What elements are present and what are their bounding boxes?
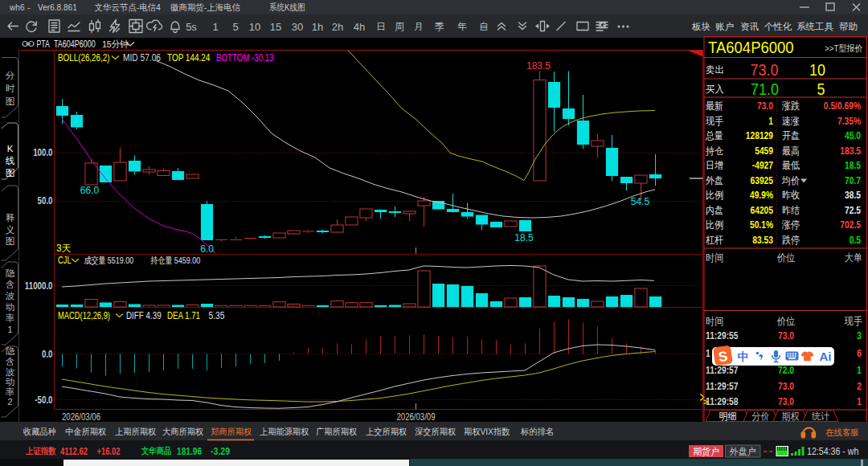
- svg-text:11000.0: 11000.0: [25, 280, 53, 291]
- svg-text:外盘: 外盘: [705, 174, 723, 186]
- svg-text:11:29:57: 11:29:57: [706, 365, 738, 375]
- svg-text:4112.62: 4112.62: [60, 446, 88, 456]
- svg-text:分: 分: [6, 71, 15, 80]
- svg-text:时: 时: [6, 84, 15, 93]
- svg-text:分价: 分价: [751, 411, 770, 421]
- svg-text:期权: 期权: [781, 411, 800, 421]
- svg-text:11:29:58: 11:29:58: [706, 396, 738, 407]
- svg-text:1: 1: [768, 116, 773, 126]
- svg-text:73.0: 73.0: [778, 396, 794, 407]
- svg-text:100.0: 100.0: [33, 147, 52, 157]
- svg-text:83.53: 83.53: [752, 235, 773, 245]
- svg-text:71.0: 71.0: [751, 80, 779, 98]
- svg-text:动: 动: [5, 302, 15, 312]
- svg-text:45.0: 45.0: [845, 130, 861, 141]
- svg-text:线: 线: [6, 156, 15, 166]
- svg-text:TOP 144.24: TOP 144.24: [167, 52, 210, 63]
- svg-text:54.5: 54.5: [631, 196, 650, 207]
- svg-text:2026/03/06: 2026/03/06: [62, 411, 100, 422]
- svg-text:DIFF 4.39: DIFF 4.39: [126, 310, 162, 321]
- svg-text:文华商品: 文华商品: [141, 447, 171, 456]
- svg-text:涨跌: 涨跌: [782, 100, 800, 112]
- svg-text:收藏品种: 收藏品种: [23, 426, 56, 435]
- svg-text:系统K线图: 系统K线图: [269, 2, 305, 12]
- svg-text:文华云节点-电信4: 文华云节点-电信4: [95, 2, 161, 12]
- svg-text:0.5/0.69%: 0.5/0.69%: [824, 100, 861, 111]
- svg-text:72.5: 72.5: [845, 205, 862, 215]
- svg-text:TA604P6000: TA604P6000: [54, 39, 96, 50]
- svg-text:含: 含: [6, 357, 15, 366]
- svg-text:11:29:55: 11:29:55: [706, 330, 739, 341]
- svg-text:波: 波: [6, 367, 15, 377]
- svg-text:2: 2: [7, 397, 12, 407]
- svg-text:杠杆: 杠杆: [705, 234, 723, 245]
- svg-text:资讯: 资讯: [740, 22, 760, 31]
- svg-text:73.0: 73.0: [757, 100, 773, 111]
- svg-text:63925: 63925: [751, 175, 774, 186]
- svg-text:12:54:36 - wh: 12:54:36 - wh: [807, 445, 858, 456]
- svg-text:5459: 5459: [755, 145, 773, 156]
- svg-text:上期能源期权: 上期能源期权: [260, 426, 309, 435]
- svg-text:比例: 比例: [706, 219, 723, 231]
- svg-text:6.0: 6.0: [200, 243, 214, 255]
- svg-text:3天: 3天: [56, 243, 72, 254]
- svg-text:10: 10: [249, 21, 260, 33]
- svg-text:2026/03/09: 2026/03/09: [396, 411, 435, 422]
- svg-text:图: 图: [6, 96, 15, 106]
- svg-text:开盘: 开盘: [782, 130, 800, 141]
- svg-text:Ai: Ai: [820, 350, 832, 363]
- svg-text:广期所期权: 广期所期权: [316, 426, 357, 435]
- svg-text:72.0: 72.0: [778, 365, 794, 375]
- svg-text:Ver6.8.861: Ver6.8.861: [38, 2, 77, 11]
- svg-text:账户: 账户: [715, 22, 734, 31]
- svg-text:昨收: 昨收: [782, 190, 800, 201]
- svg-text:最新: 最新: [706, 100, 723, 112]
- svg-text:时间: 时间: [706, 316, 723, 328]
- svg-text:49.9%: 49.9%: [750, 190, 773, 200]
- svg-text:-: -: [27, 2, 31, 12]
- svg-text:66.0: 66.0: [80, 185, 100, 196]
- svg-text:系统工具: 系统工具: [796, 22, 834, 32]
- svg-text:期货户: 期货户: [693, 446, 719, 456]
- svg-text:深交所期权: 深交所期权: [414, 426, 456, 435]
- svg-text:128129: 128129: [746, 130, 773, 141]
- svg-text:率: 率: [6, 387, 15, 397]
- svg-text:大商所期权: 大商所期权: [162, 426, 203, 435]
- svg-text:18.5: 18.5: [514, 232, 534, 243]
- svg-text:>>T型报价: >>T型报价: [825, 44, 863, 54]
- svg-text:1: 1: [212, 21, 218, 33]
- svg-text:0.5: 0.5: [850, 235, 862, 245]
- svg-text:5s: 5s: [186, 21, 197, 33]
- svg-text:-50.0: -50.0: [35, 394, 52, 405]
- svg-text:-4927: -4927: [752, 160, 773, 170]
- svg-text:在线客服: 在线客服: [825, 427, 859, 437]
- svg-text:上证指数: 上证指数: [25, 447, 56, 456]
- svg-text:DEA 1.71: DEA 1.71: [167, 310, 200, 321]
- svg-text:183.5: 183.5: [840, 145, 861, 156]
- svg-text:释: 释: [6, 213, 15, 223]
- svg-text:隐: 隐: [6, 346, 15, 356]
- svg-text:日增: 日增: [706, 160, 723, 171]
- svg-text:50.0: 50.0: [38, 195, 53, 206]
- svg-text:隐: 隐: [6, 268, 15, 278]
- svg-text:均价: 均价: [781, 174, 800, 186]
- svg-text:3: 3: [857, 330, 862, 341]
- svg-text:1: 1: [857, 396, 862, 407]
- svg-text:1: 1: [857, 365, 862, 376]
- svg-text:5: 5: [232, 21, 238, 33]
- svg-text:0.0: 0.0: [42, 349, 53, 359]
- svg-text:73.0: 73.0: [778, 330, 794, 341]
- svg-text:MACD(12,26,9): MACD(12,26,9): [58, 310, 110, 321]
- svg-text:5.35: 5.35: [209, 310, 225, 321]
- svg-text:月: 月: [414, 21, 424, 32]
- svg-text:70.7: 70.7: [845, 175, 861, 186]
- svg-text:板块: 板块: [691, 22, 710, 31]
- svg-text:价位: 价位: [777, 251, 796, 264]
- svg-text:-3.29: -3.29: [211, 446, 230, 456]
- svg-text:卖出: 卖出: [706, 63, 724, 74]
- svg-text:动: 动: [5, 377, 15, 386]
- svg-text:6: 6: [857, 347, 862, 358]
- svg-text:昨结: 昨结: [782, 204, 800, 215]
- svg-text:1: 1: [706, 348, 710, 358]
- svg-text:BOTTOM -30.13: BOTTOM -30.13: [216, 52, 274, 63]
